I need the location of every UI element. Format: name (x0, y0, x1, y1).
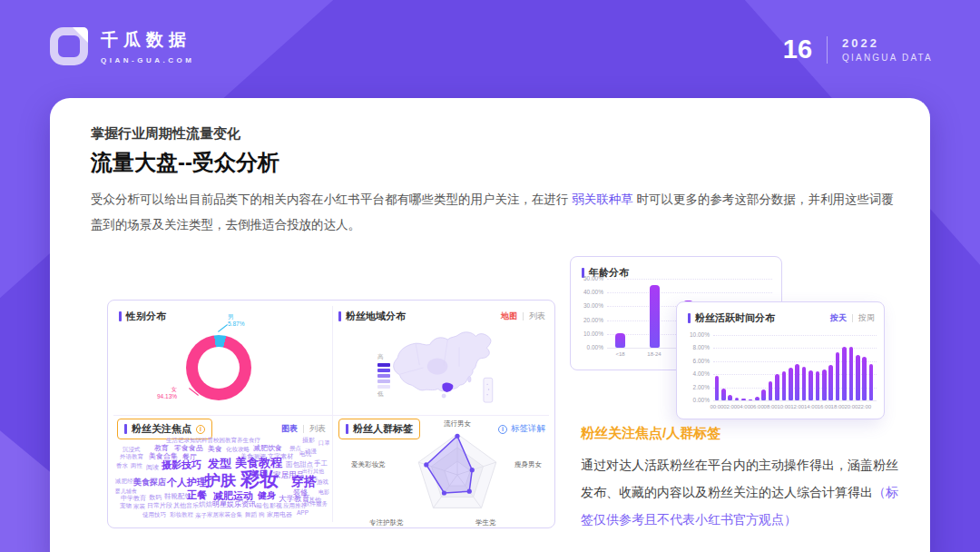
toggle-option-列表[interactable]: 列表 (529, 310, 545, 322)
cloud-word: 沉浸式 (122, 447, 141, 453)
dashboard-panel: 性别分布 男5.87% 女94.13% 粉丝地域分布 地图列表 (107, 300, 555, 528)
focus-toggle[interactable]: 图表列表 (281, 423, 326, 435)
bar (728, 395, 732, 400)
note-body: 通过对达人活跃粉丝在平台内的主动操作得出，涵盖粉丝发布、收藏的内容以及粉丝关注的… (581, 451, 904, 533)
gridline (607, 292, 772, 293)
y-tick: 30.00% (574, 302, 603, 309)
y-tick: 20.00% (574, 317, 603, 323)
cloud-word: 美食 (208, 446, 222, 453)
region-title: 粉丝地域分布 (346, 310, 406, 323)
cloud-word: 彩妆教程 (170, 512, 193, 518)
time-chart-card: 粉丝活跃时间分布 按天按周 10.00%8.00%6.00%4.00%2.00%… (676, 301, 885, 419)
content-card: 掌握行业周期性流量变化 流量大盘--受众分析 受众分析可以给出目前品类下的相关内… (50, 98, 930, 552)
cloud-word: 两性 (131, 463, 142, 469)
brand-logo-icon (50, 27, 88, 65)
cloud-word: 生活记录知识科普校园教育养生食疗 (166, 438, 260, 444)
gridline (713, 400, 877, 401)
y-tick: 40.00% (574, 289, 603, 295)
page-title: 流量大盘--受众分析 (91, 148, 279, 177)
region-toggle[interactable]: 地图列表 (501, 310, 545, 322)
donut-hole (198, 347, 240, 389)
bar (822, 370, 827, 400)
toggle-option-地图[interactable]: 地图 (501, 310, 517, 322)
y-tick: 10.00% (681, 331, 710, 338)
cloud-word: 狗 (259, 512, 265, 518)
cloud-word: 减肥饮食 (253, 445, 282, 452)
china-map (387, 328, 496, 408)
cloud-word: 数码 (149, 494, 162, 500)
report-year: 2022 (842, 36, 933, 50)
cloud-word: 家用电器 (267, 511, 292, 518)
y-tick: 50.00% (574, 275, 603, 281)
bar (755, 397, 760, 400)
intro-paragraph: 受众分析可以给出目前品类下的相关内容在小红书平台都有哪些类型的用户关注，在进行 … (91, 187, 895, 238)
bar (849, 347, 854, 400)
cloud-word: 个人护理 (167, 478, 207, 488)
cloud-word: 中学教育 (121, 495, 146, 501)
cloud-word: 家居家装合集 (207, 512, 242, 518)
panel-vertical-divider (332, 306, 333, 522)
cloud-word: 教育 (154, 445, 169, 452)
brand-logo: 千瓜数据 QIAN-GUA.COM (50, 27, 194, 65)
bar (808, 370, 813, 400)
page-number: 16 (783, 34, 812, 64)
cloud-word: 护肤 (205, 473, 236, 488)
toggle-option-列表[interactable]: 列表 (309, 423, 326, 435)
bar (615, 333, 625, 348)
cloud-word: 箱包 (256, 502, 269, 508)
toggle-option-图表[interactable]: 图表 (281, 423, 298, 435)
cloud-word: 电玩 (299, 451, 311, 458)
female-label: 女94.13% (157, 386, 177, 400)
cloud-word: 亲子 (195, 513, 207, 519)
section-tick (124, 424, 127, 434)
x-tick: 22:00 (853, 404, 877, 409)
info-icon[interactable]: i (196, 425, 205, 434)
cloud-word: 外语教育 (120, 454, 143, 460)
page-divider (827, 36, 828, 64)
y-tick: 0.00% (681, 397, 710, 403)
y-tick: 4.00% (681, 370, 710, 377)
bar (869, 364, 874, 400)
cloud-word: 正餐 (187, 490, 207, 500)
x-tick: <18 (609, 351, 632, 357)
cloud-word: 摄影技巧 (162, 460, 201, 470)
cloud-word: 香水 (116, 463, 128, 469)
cloud-word: 使用技巧 (142, 512, 166, 518)
bar (856, 355, 860, 400)
cloud-word: 穿搭 (291, 475, 317, 488)
cloud-word: 口罩 (318, 440, 329, 447)
time-toggle[interactable]: 按天按周 (830, 312, 875, 324)
toggle-option-按周[interactable]: 按周 (858, 312, 875, 324)
note-block: 粉丝关注焦点/人群标签 通过对达人活跃粉丝在平台内的主动操作得出，涵盖粉丝发布、… (581, 425, 904, 533)
time-plot: 00:0002:0004:0006:0008:0010:0012:0014:00… (713, 335, 877, 400)
bar (749, 399, 753, 400)
section-tick (688, 313, 691, 323)
cloud-word: 软件服务 (304, 501, 328, 508)
y-tick: 10.00% (574, 330, 603, 337)
section-tick (119, 311, 122, 321)
cloud-word: 舞蹈 (245, 512, 257, 518)
toggle-option-按天[interactable]: 按天 (830, 312, 847, 324)
radar-axis-label: 瘦身男女 (514, 460, 542, 469)
slide: 千瓜数据 QIAN-GUA.COM 16 2022 QIANGUA DATA 掌… (0, 0, 980, 552)
bar (721, 389, 726, 400)
note-text: 通过对达人活跃粉丝在平台内的主动操作得出，涵盖粉丝发布、收藏的内容以及粉丝关注的… (581, 458, 898, 499)
gridline (607, 279, 772, 280)
highlighted-region-guangdong (442, 383, 453, 392)
radar-axis-label: 专注护肤党 (369, 518, 404, 527)
bar (769, 381, 773, 400)
section-tick (346, 424, 348, 434)
toggle-separator (852, 314, 853, 322)
gender-donut (186, 335, 251, 400)
bar (862, 357, 867, 400)
toggle-separator (303, 425, 304, 433)
gender-title: 性别分布 (126, 310, 166, 323)
cloud-word: 阅读 (146, 464, 159, 470)
y-tick: 8.00% (681, 344, 710, 350)
hainan-island (442, 394, 446, 398)
male-label: 男5.87% (228, 313, 244, 328)
cloud-word: 游戏 (317, 479, 328, 486)
bar (828, 365, 833, 400)
cloud-word: 明星娱乐资讯 (212, 501, 256, 508)
cloud-word: 彩妆 (240, 469, 279, 488)
